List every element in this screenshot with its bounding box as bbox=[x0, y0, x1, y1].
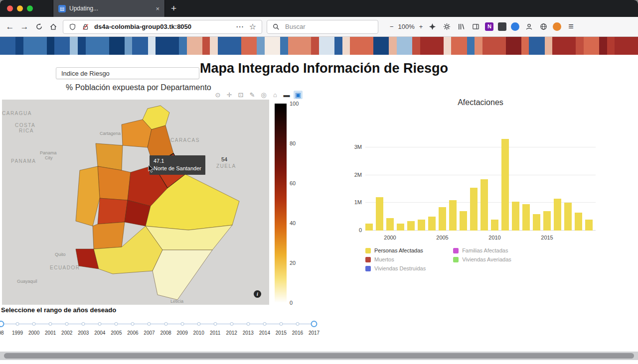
sidebar-icon[interactable] bbox=[471, 23, 480, 30]
extension-icon[interactable] bbox=[427, 23, 437, 30]
chart-bar[interactable] bbox=[512, 202, 519, 231]
slider-dot[interactable] bbox=[263, 322, 266, 326]
toggle-spikelines-icon[interactable]: ▬ bbox=[282, 91, 291, 99]
colombia-map-svg[interactable] bbox=[2, 100, 269, 305]
zoom-window-button[interactable] bbox=[27, 5, 33, 11]
slider-dot[interactable] bbox=[279, 322, 283, 326]
zoom-out-button[interactable]: − bbox=[390, 23, 394, 30]
chart-bar[interactable] bbox=[543, 211, 551, 231]
reload-icon[interactable] bbox=[34, 23, 44, 30]
chart-bar[interactable] bbox=[376, 197, 383, 231]
url-bar[interactable]: ⋯ ☆ bbox=[63, 20, 262, 34]
hover-compare-icon[interactable]: ◎ bbox=[259, 91, 268, 99]
chart-bar[interactable] bbox=[564, 203, 572, 231]
banner-stripe bbox=[265, 37, 280, 55]
zoom-level[interactable]: 100% bbox=[398, 23, 415, 30]
slider-handle-right[interactable] bbox=[311, 321, 318, 327]
box-select-icon[interactable]: ⊡ bbox=[236, 91, 245, 99]
chart-bar[interactable] bbox=[522, 204, 530, 231]
home-icon[interactable] bbox=[48, 23, 58, 30]
camera-icon[interactable]: ⊙ bbox=[213, 91, 222, 99]
search-bar[interactable] bbox=[267, 20, 378, 34]
screenshot-extension-icon[interactable] bbox=[498, 22, 506, 31]
slider-dot[interactable] bbox=[164, 322, 167, 326]
slider-dot[interactable] bbox=[65, 322, 69, 326]
forward-icon[interactable]: → bbox=[19, 22, 29, 32]
zoom-in-button[interactable]: + bbox=[419, 23, 423, 30]
slider-dot[interactable] bbox=[49, 322, 52, 326]
chart-bar[interactable] bbox=[470, 188, 478, 231]
legend-item[interactable]: Familias Afectadas bbox=[453, 247, 511, 253]
chart-bar[interactable] bbox=[554, 199, 561, 231]
chart-bar[interactable] bbox=[397, 224, 404, 231]
menu-icon[interactable]: ≡ bbox=[566, 21, 576, 32]
hover-closest-icon[interactable]: ▣ bbox=[294, 91, 303, 99]
chart-bar[interactable] bbox=[386, 218, 394, 231]
close-window-button[interactable] bbox=[7, 5, 13, 11]
bookmark-star-icon[interactable]: ☆ bbox=[248, 22, 258, 31]
chart-bar[interactable] bbox=[418, 220, 425, 231]
map-region[interactable] bbox=[153, 250, 212, 300]
slider-dot[interactable] bbox=[213, 322, 217, 326]
pan-icon[interactable]: ✛ bbox=[225, 91, 234, 99]
slider-dot[interactable] bbox=[296, 322, 299, 326]
year-slider[interactable]: 9819992000200120022003200420052006200720… bbox=[1, 319, 316, 336]
onenote-extension-icon[interactable]: N bbox=[485, 22, 493, 31]
slider-dot[interactable] bbox=[82, 322, 85, 326]
chart-bar[interactable] bbox=[501, 139, 509, 231]
browser-tab[interactable]: ▤ Updating... × bbox=[53, 0, 165, 17]
url-input[interactable] bbox=[93, 22, 232, 31]
bar-chart-plot[interactable] bbox=[365, 136, 596, 231]
slider-dot[interactable] bbox=[131, 322, 135, 326]
chart-bar[interactable] bbox=[365, 224, 373, 231]
search-input[interactable] bbox=[284, 22, 374, 31]
map-region[interactable] bbox=[76, 166, 100, 226]
legend-item[interactable]: Viviendas Averiadas bbox=[453, 256, 511, 262]
legend-item[interactable]: Muertos bbox=[365, 256, 426, 262]
slider-dot[interactable] bbox=[148, 322, 151, 326]
reset-view-icon[interactable]: ⌂ bbox=[271, 91, 280, 99]
globe-icon[interactable] bbox=[538, 23, 548, 30]
blue-extension-icon[interactable] bbox=[511, 22, 519, 31]
slider-dot[interactable] bbox=[246, 322, 250, 326]
slider-dot[interactable] bbox=[230, 322, 233, 326]
back-icon[interactable]: ← bbox=[5, 22, 15, 32]
gear-icon[interactable] bbox=[442, 23, 452, 30]
chart-bar[interactable] bbox=[460, 211, 467, 231]
legend-item[interactable]: Viviendas Destruidas bbox=[365, 265, 426, 271]
chart-bar[interactable] bbox=[491, 220, 498, 231]
lasso-select-icon[interactable]: ✎ bbox=[248, 91, 257, 99]
chart-bar[interactable] bbox=[575, 213, 582, 231]
orange-extension-icon[interactable] bbox=[553, 22, 561, 31]
tracking-shield-icon[interactable] bbox=[67, 23, 77, 30]
slider-dot[interactable] bbox=[180, 322, 184, 326]
chart-bar[interactable] bbox=[439, 207, 446, 231]
map-region[interactable] bbox=[98, 166, 131, 200]
horizontal-scrollbar-thumb[interactable] bbox=[4, 353, 634, 359]
library-icon[interactable] bbox=[456, 23, 466, 30]
chart-bar[interactable] bbox=[585, 220, 593, 231]
chart-bar[interactable] bbox=[407, 221, 415, 231]
slider-handle-left[interactable] bbox=[0, 321, 4, 327]
minimize-window-button[interactable] bbox=[17, 5, 23, 11]
chart-bar[interactable] bbox=[428, 217, 436, 231]
chart-bar[interactable] bbox=[449, 200, 457, 231]
insecure-lock-icon[interactable] bbox=[80, 23, 90, 30]
slider-dot[interactable] bbox=[115, 322, 118, 326]
legend-item[interactable]: Personas Afectadas bbox=[365, 247, 426, 253]
chart-bar[interactable] bbox=[533, 214, 540, 231]
slider-dot[interactable] bbox=[32, 322, 36, 326]
chart-bar[interactable] bbox=[480, 179, 488, 231]
map-region[interactable] bbox=[98, 198, 128, 224]
account-icon[interactable] bbox=[524, 23, 534, 30]
map-region[interactable] bbox=[96, 143, 123, 170]
map-region[interactable] bbox=[93, 222, 125, 249]
slider-dot[interactable] bbox=[98, 322, 102, 326]
map-attribution-info-button[interactable]: i bbox=[254, 290, 261, 298]
slider-dot[interactable] bbox=[197, 322, 200, 326]
page-actions-icon[interactable]: ⋯ bbox=[235, 22, 245, 31]
colombia-choropleth-map[interactable]: CARAGUACOSTARICAPANAMAPanamaCityCartagen… bbox=[2, 100, 269, 305]
new-tab-button[interactable]: + bbox=[171, 3, 176, 14]
slider-dot[interactable] bbox=[16, 322, 19, 326]
tab-close-icon[interactable]: × bbox=[156, 5, 160, 12]
